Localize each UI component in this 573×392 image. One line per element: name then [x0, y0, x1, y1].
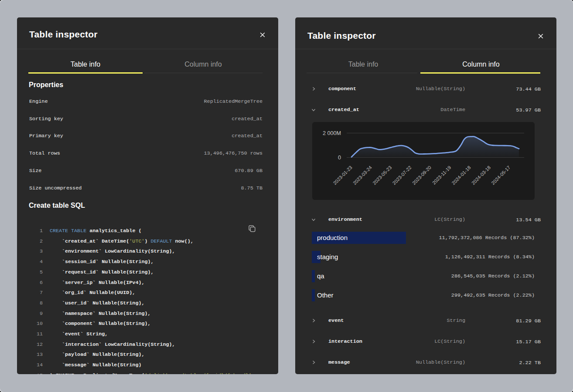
- svg-text:2023-05-23: 2023-05-23: [372, 165, 392, 186]
- svg-text:2023-03-24: 2023-03-24: [352, 165, 373, 186]
- svg-text:0: 0: [338, 155, 341, 161]
- svg-text:2024-05-17: 2024-05-17: [490, 165, 511, 186]
- svg-text:2024-03-18: 2024-03-18: [471, 165, 491, 186]
- svg-text:2 000M: 2 000M: [323, 130, 341, 136]
- svg-text:2024-01-18: 2024-01-18: [451, 165, 472, 186]
- svg-text:2023-01-23: 2023-01-23: [332, 165, 353, 186]
- svg-text:2023-07-22: 2023-07-22: [392, 165, 413, 186]
- svg-text:2023-11-19: 2023-11-19: [431, 165, 452, 186]
- svg-text:2023-09-20: 2023-09-20: [411, 165, 432, 186]
